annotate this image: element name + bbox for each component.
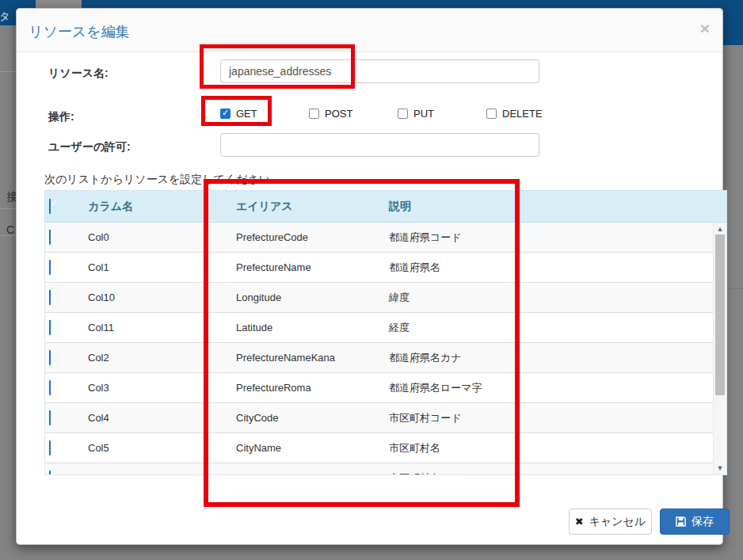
cell-alias: PrefectureRoma (232, 382, 385, 394)
scrollbar-thumb[interactable] (715, 234, 725, 395)
cell-description: 市区町村名カナ (385, 471, 535, 476)
screen: データ 接 C リソースを編集 × リソース名: 操作: GET POST (0, 0, 743, 560)
row-checkbox-cell (45, 230, 84, 245)
cell-alias: CityNameKana (232, 472, 385, 475)
row-checkbox[interactable] (49, 230, 51, 245)
close-icon[interactable]: × (700, 20, 710, 36)
operation-option: DELETE (486, 108, 575, 120)
cell-description: 都道府県名カナ (385, 351, 535, 365)
table-scroll-area: Col0 PrefectureCode 都道府県コード Col1 Prefect… (44, 223, 727, 475)
save-button[interactable]: 保存 (660, 509, 730, 535)
operation-option: GET (220, 108, 309, 120)
operation-option: POST (309, 108, 398, 120)
header-alias: エイリアス (232, 200, 385, 214)
row-checkbox-cell (45, 471, 84, 476)
resource-name-label: リソース名: (48, 67, 109, 81)
table-row: Col11 Latitude 経度 (45, 313, 714, 343)
backdrop-divider (0, 208, 16, 209)
operation-checkbox[interactable] (220, 109, 231, 119)
operation-option: PUT (398, 108, 486, 120)
row-checkbox-cell (45, 321, 84, 335)
cell-column-name: Col2 (84, 352, 232, 364)
operation-label: PUT (413, 108, 434, 120)
cell-description: 都道府県コード (385, 230, 535, 245)
operations-group: GET POST PUT DELETE (220, 108, 575, 120)
scrollbar-down-icon[interactable]: ▼ (714, 463, 726, 473)
cell-column-name: Col5 (84, 442, 232, 454)
page-text-fragment: C (6, 223, 14, 236)
cell-column-name: Col4 (84, 412, 232, 424)
cancel-button-label: キャンセル (589, 515, 646, 529)
table-scrollbar[interactable]: ▲ ▼ (713, 223, 726, 474)
row-checkbox[interactable] (49, 260, 51, 275)
table-row: Col4 CityCode 市区町村コード (45, 403, 714, 433)
cell-description: 緯度 (385, 291, 535, 305)
scrollbar-up-icon[interactable]: ▲ (714, 224, 726, 234)
header-column-name: カラム名 (84, 200, 232, 214)
row-checkbox-cell (45, 261, 84, 275)
modal-header: リソースを編集 × (17, 9, 722, 52)
cell-column-name: Col0 (84, 231, 232, 243)
table-row: Col0 PrefectureCode 都道府県コード (45, 223, 714, 253)
operation-label: GET (236, 108, 257, 120)
row-checkbox[interactable] (49, 290, 51, 305)
cell-alias: Longitude (232, 291, 385, 303)
columns-table: カラム名 エイリアス 説明 Col0 PrefectureCode 都道府県コー… (44, 190, 727, 475)
cell-column-name: Col6 (84, 472, 232, 475)
row-checkbox-cell (45, 351, 84, 365)
table-row: Col5 CityName 市区町村名 (45, 433, 714, 463)
operation-label: POST (325, 108, 352, 120)
table-row: Col10 Longitude 緯度 (45, 283, 714, 313)
cell-alias: CityCode (232, 412, 385, 424)
save-button-label: 保存 (692, 515, 714, 529)
cell-description: 経度 (385, 321, 535, 335)
user-permission-input[interactable] (220, 133, 539, 157)
resource-name-input[interactable] (220, 59, 539, 83)
backdrop-patch (0, 25, 16, 45)
cell-column-name: Col11 (84, 322, 232, 333)
cell-column-name: Col1 (84, 261, 232, 273)
cell-column-name: Col3 (84, 382, 232, 394)
cell-alias: Latitude (232, 322, 385, 333)
cancel-button[interactable]: ✖ キャンセル (569, 509, 652, 535)
header-description: 説明 (385, 200, 535, 214)
row-checkbox-cell (45, 291, 84, 305)
operations-label: 操作: (48, 110, 74, 124)
row-checkbox[interactable] (49, 350, 51, 365)
instruction-text: 次のリストからリソースを設定してください. (44, 173, 273, 187)
operation-checkbox[interactable] (309, 109, 319, 119)
table-row: Col2 PrefectureNameKana 都道府県名カナ (45, 343, 714, 373)
row-checkbox[interactable] (49, 380, 51, 395)
table-header-row: カラム名 エイリアス 説明 (44, 190, 727, 223)
cell-description: 都道府県名 (385, 261, 535, 275)
edit-resource-modal: リソースを編集 × リソース名: 操作: GET POST PUT DELETE (16, 8, 723, 545)
header-checkbox-cell (45, 200, 84, 214)
navbar-text-fragment: データ (0, 10, 10, 24)
table-body: Col0 PrefectureCode 都道府県コード Col1 Prefect… (45, 223, 714, 475)
row-checkbox-cell (45, 381, 84, 395)
operation-label: DELETE (502, 108, 543, 120)
row-checkbox-cell (45, 411, 84, 425)
cell-description: 市区町村コード (385, 411, 535, 425)
cell-alias: PrefectureName (232, 261, 385, 273)
cancel-x-icon: ✖ (575, 516, 584, 528)
cell-alias: CityName (232, 442, 385, 454)
operation-checkbox[interactable] (486, 109, 497, 119)
modal-title: リソースを編集 (29, 22, 130, 41)
operation-checkbox[interactable] (398, 109, 408, 119)
cell-column-name: Col10 (84, 291, 232, 303)
row-checkbox[interactable] (49, 320, 51, 335)
user-permission-label: ユーザーの許可: (48, 140, 131, 154)
row-checkbox[interactable] (49, 470, 51, 476)
cell-description: 市区町村名 (385, 441, 535, 455)
cell-alias: PrefectureCode (232, 231, 385, 243)
table-row: Col3 PrefectureRoma 都道府県名ローマ字 (45, 373, 714, 403)
floppy-disk-icon (676, 516, 686, 527)
row-checkbox[interactable] (49, 410, 51, 425)
row-checkbox[interactable] (49, 440, 51, 455)
cell-description: 都道府県名ローマ字 (385, 381, 535, 395)
select-all-checkbox[interactable] (49, 199, 51, 214)
background-tab-fragment (36, 0, 82, 8)
cell-alias: PrefectureNameKana (232, 352, 385, 364)
table-row: Col1 PrefectureName 都道府県名 (45, 253, 714, 283)
